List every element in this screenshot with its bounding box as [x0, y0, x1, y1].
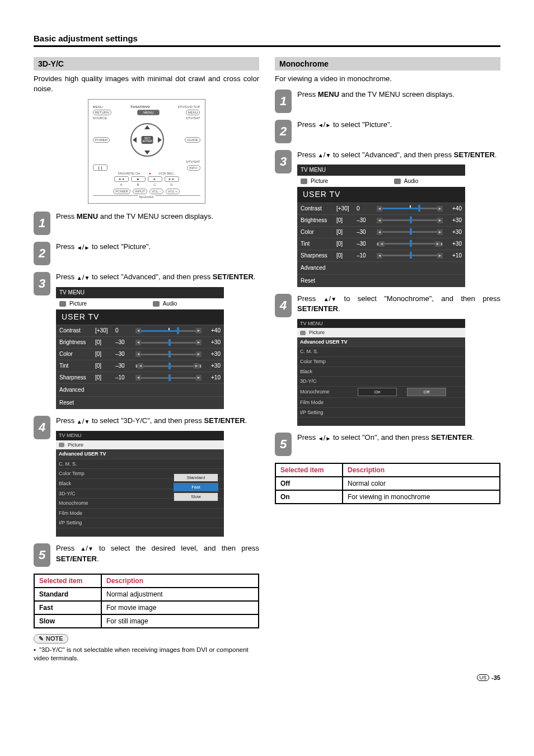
- slider-right-icon[interactable]: ►: [196, 328, 202, 334]
- input-button[interactable]: INPUT: [133, 189, 147, 194]
- tvmenu-row[interactable]: Tint[0]–30▮◄►▮+30: [56, 360, 224, 372]
- slider-right-icon[interactable]: ►: [196, 375, 202, 381]
- menu-item[interactable]: 3D-Y/C: [59, 490, 106, 497]
- slider[interactable]: ◄►: [135, 375, 202, 381]
- stop-button[interactable]: ■: [131, 176, 146, 182]
- dpad[interactable]: SET/ENTER: [130, 123, 164, 157]
- tab-picture[interactable]: Picture: [309, 329, 325, 336]
- slider-right-icon[interactable]: ►: [196, 340, 202, 345]
- remote-label: D: [165, 183, 179, 186]
- info-button[interactable]: INFO: [187, 165, 200, 171]
- tvmenu-row[interactable]: Contrast[+30]0◄►+40: [56, 325, 224, 336]
- slider-left-icon[interactable]: ◄: [138, 363, 143, 369]
- slider-right-icon[interactable]: ►: [437, 229, 443, 235]
- pause-button[interactable]: ❙❙: [93, 165, 107, 171]
- vol-down-button[interactable]: VOL –: [149, 189, 163, 194]
- usertv-label: USER TV: [56, 309, 224, 325]
- slider-right-icon[interactable]: ►: [435, 241, 441, 247]
- tvmenu-row[interactable]: Color[0]–30◄►+30: [297, 226, 465, 238]
- tvmenu-row[interactable]: Color[0]–30◄►+30: [56, 348, 224, 360]
- menu-item[interactable]: Black: [59, 480, 106, 487]
- menu-item-reset[interactable]: Reset: [297, 274, 465, 287]
- tab-picture[interactable]: Picture: [69, 300, 87, 308]
- guide-button[interactable]: GUIDE: [185, 137, 200, 143]
- menu-item[interactable]: Monochrome: [300, 388, 348, 396]
- menu-button[interactable]: MENU: [137, 110, 160, 115]
- slider[interactable]: ▮◄►▮: [135, 363, 202, 369]
- tvmenu-row[interactable]: Contrast[+30]0◄►+40: [297, 203, 465, 214]
- ff-button[interactable]: ►►: [165, 176, 179, 182]
- slider-left-icon[interactable]: ◄: [379, 241, 385, 247]
- option-fast[interactable]: Fast: [174, 483, 218, 491]
- step-text: Press MENU and the TV MENU screen displa…: [56, 212, 259, 222]
- slider-left-icon[interactable]: ◄: [135, 328, 141, 334]
- tab-picture[interactable]: Picture: [311, 177, 328, 185]
- slider[interactable]: ◄►: [135, 340, 202, 345]
- set-enter-button[interactable]: SET/ENTER: [142, 136, 153, 144]
- option-on[interactable]: On: [358, 388, 397, 396]
- menu-item[interactable]: 3D-Y/C: [300, 378, 348, 385]
- picture-icon: [301, 179, 307, 184]
- option-standard[interactable]: Standard: [174, 473, 218, 482]
- tab-audio[interactable]: Audio: [163, 300, 177, 308]
- step-text: Press / to select "3D-Y/C", and then pre…: [56, 416, 259, 537]
- slider-right-icon[interactable]: ►: [194, 363, 199, 369]
- tab-audio[interactable]: Audio: [404, 177, 419, 185]
- slider-right-icon[interactable]: ►: [437, 253, 443, 259]
- slider[interactable]: ▮◄►▮: [377, 241, 443, 247]
- menu-item[interactable]: C. M. S.: [59, 461, 106, 468]
- menu-item-reset[interactable]: Reset: [56, 396, 224, 409]
- slider[interactable]: ◄►: [135, 328, 202, 334]
- slider-left-icon[interactable]: ◄: [377, 206, 382, 212]
- menu-item[interactable]: C. M. S.: [300, 348, 348, 355]
- table-cell: Standard: [34, 588, 101, 601]
- down-arrow-icon[interactable]: [144, 151, 150, 154]
- menu-item[interactable]: Film Mode: [300, 399, 348, 406]
- menu-item[interactable]: Monochrome: [59, 500, 106, 507]
- right-arrow-icon[interactable]: [158, 137, 162, 143]
- up-arrow-icon[interactable]: [144, 125, 150, 129]
- tvmenu-row[interactable]: Brightness[0]–30◄►+30: [297, 214, 465, 226]
- slider-right-icon[interactable]: ►: [196, 351, 202, 357]
- option-off[interactable]: Off: [407, 388, 446, 396]
- slider-left-icon[interactable]: ◄: [377, 218, 382, 223]
- slider-left-icon[interactable]: ◄: [377, 253, 382, 259]
- return-button[interactable]: RETURN: [93, 110, 111, 115]
- slider[interactable]: ◄►: [135, 351, 202, 357]
- menu-item[interactable]: Film Mode: [59, 510, 106, 517]
- slider-left-icon[interactable]: ◄: [135, 351, 141, 357]
- slider[interactable]: ◄►: [377, 218, 443, 223]
- slider-left-icon[interactable]: ◄: [377, 229, 382, 235]
- remote-label: TV/SAT/DVD: [130, 105, 150, 109]
- left-arrow-icon[interactable]: [133, 137, 137, 143]
- menu-item[interactable]: Color Temp: [59, 470, 106, 477]
- row-max: +30: [205, 350, 221, 358]
- tvmenu-row[interactable]: Brightness[0]–30◄►+30: [56, 336, 224, 348]
- menu-item[interactable]: I/P Setting: [59, 519, 106, 527]
- tvmenu-row[interactable]: Tint[0]–30▮◄►▮+30: [297, 238, 465, 250]
- rewind-button[interactable]: ◄◄: [114, 176, 129, 182]
- slider[interactable]: ◄►: [377, 206, 443, 212]
- menu2-button[interactable]: MENU: [186, 110, 200, 115]
- vol-up-button[interactable]: VOL +: [166, 189, 180, 194]
- slider[interactable]: ◄►: [377, 229, 443, 235]
- menu-item-advanced[interactable]: Advanced: [56, 383, 224, 396]
- power-button[interactable]: POWER: [93, 137, 110, 143]
- play-button[interactable]: ►: [148, 176, 162, 182]
- note-text: •"3D-Y/C" is not selectable when receivi…: [34, 646, 259, 663]
- menu-item[interactable]: I/P Setting: [300, 409, 348, 416]
- menu-item[interactable]: Black: [300, 368, 348, 375]
- step-5: 5 Press / to select "On", and then press…: [275, 433, 500, 456]
- tvmenu-row[interactable]: Sharpness[0]–10◄►+10: [56, 372, 224, 383]
- menu-item[interactable]: Color Temp: [300, 358, 348, 365]
- slider-left-icon[interactable]: ◄: [135, 375, 141, 381]
- rcv-power-button[interactable]: POWER: [113, 189, 130, 194]
- slider-right-icon[interactable]: ►: [437, 206, 443, 212]
- option-slow[interactable]: Slow: [174, 492, 218, 501]
- slider-right-icon[interactable]: ►: [437, 218, 443, 223]
- slider[interactable]: ◄►: [377, 253, 443, 259]
- tab-picture[interactable]: Picture: [68, 442, 83, 449]
- slider-left-icon[interactable]: ◄: [135, 340, 141, 345]
- menu-item-advanced[interactable]: Advanced: [297, 261, 465, 274]
- tvmenu-row[interactable]: Sharpness[0]–10◄►+10: [297, 250, 465, 261]
